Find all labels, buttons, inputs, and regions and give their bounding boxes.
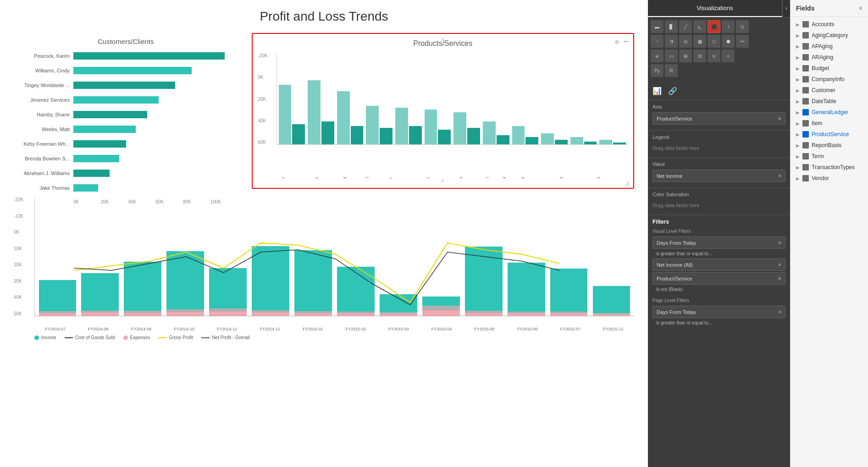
filter-remove-icon[interactable]: ×	[778, 261, 781, 268]
combo-bar-group	[79, 197, 121, 316]
customer-label: Williams, Cindy	[14, 68, 73, 73]
waterfall-icon[interactable]: ⌸	[736, 20, 749, 33]
product-bar-group	[308, 80, 334, 144]
donut-icon[interactable]: ◎	[679, 35, 692, 48]
tab-visualizations[interactable]: Visualizations	[648, 0, 782, 17]
matrix-icon[interactable]: ⊟	[693, 49, 706, 62]
axis-field[interactable]: Product/Service ×	[652, 112, 785, 125]
card-icon[interactable]: ▭	[665, 49, 678, 62]
customer-bar	[73, 155, 119, 162]
tab-expand-chevron[interactable]: ›	[783, 0, 790, 17]
product-bar-dark	[409, 126, 422, 144]
combo-bars-container	[34, 197, 634, 316]
column-chart-icon[interactable]: ▊	[665, 20, 678, 33]
viz-icons-grid: ▬ ▊ ╱ ◺ ⬛ ⌇ ⌸ ⁘ ◔ ◎ ▦ ⬡ ⬢ ⏔ ⌀ ▭ ⊞ ⊟ ≡ + …	[648, 17, 790, 82]
product-bar-dark	[525, 137, 538, 144]
combo-chart-icon[interactable]: ⬛	[708, 20, 720, 33]
fields-close-icon[interactable]: ×	[859, 5, 862, 12]
pin-icon[interactable]: ⊕	[614, 38, 619, 45]
legend-dot	[123, 335, 128, 340]
fields-list: ▶ Accounts ▶ AgingCategory ▶ APAging ▶ A…	[791, 17, 868, 186]
customer-bar-row: Jake Thomas	[14, 183, 238, 193]
value-field-remove[interactable]: ×	[778, 172, 781, 179]
cb-cogs	[422, 306, 460, 310]
customers-chart-title: Customers/Clients	[14, 38, 238, 45]
customer-bar-row: Weeks, Matt	[14, 124, 238, 134]
field-item[interactable]: ▶ DateTable	[791, 96, 868, 107]
products-bars	[276, 53, 628, 145]
stacked-bar-icon[interactable]: ▬	[651, 20, 663, 33]
product-bar-light	[337, 91, 350, 144]
field-chevron: ▶	[796, 110, 800, 115]
cb-expenses	[465, 313, 503, 316]
cb-expenses	[294, 313, 332, 316]
field-icon	[802, 65, 809, 71]
color-placeholder: Drag data fields here	[652, 200, 785, 211]
customer-label: Peacock, Karen	[14, 53, 73, 59]
drag-handle: ≡	[442, 37, 444, 42]
field-item[interactable]: ▶ AgingCategory	[791, 30, 868, 41]
field-item[interactable]: ▶ Item	[791, 118, 868, 129]
field-item[interactable]: ▶ Customer	[791, 85, 868, 96]
pie-icon[interactable]: ◔	[665, 35, 678, 48]
field-icon	[802, 175, 809, 181]
r-icon[interactable]: R	[665, 64, 678, 77]
gauge-icon[interactable]: ⌀	[651, 49, 663, 62]
treemap-icon[interactable]: ▦	[693, 35, 706, 48]
field-item[interactable]: ▶ APAging	[791, 41, 868, 52]
product-bar-group	[366, 106, 393, 144]
legend-section: Legend Drag data fields here	[648, 131, 790, 158]
filter-item[interactable]: Net Income (All) ×	[652, 258, 785, 271]
field-item[interactable]: ▶ ReportBasis	[791, 140, 868, 151]
product-bar-group	[425, 110, 451, 144]
filter-remove-icon[interactable]: ×	[778, 239, 781, 246]
product-bar-group	[395, 108, 422, 144]
cb-income	[508, 263, 545, 312]
cb-expenses	[124, 313, 161, 316]
scatter-icon[interactable]: ⁘	[651, 35, 663, 48]
axis-field-remove[interactable]: ×	[778, 115, 781, 122]
filter-item[interactable]: Days From Today × is greater than or equ…	[652, 236, 785, 258]
field-icon	[802, 164, 809, 170]
field-item[interactable]: ▶ Term	[791, 151, 868, 162]
field-item[interactable]: ▶ ARAging	[791, 52, 868, 63]
field-label: CompanyInfo	[812, 76, 844, 82]
custom-visual-icon[interactable]: +	[722, 49, 735, 62]
customer-track	[73, 67, 238, 74]
field-item[interactable]: ▶ ProductService	[791, 129, 868, 140]
format-icon[interactable]: 🔗	[666, 84, 679, 97]
bottom-drag-handle: ≡	[442, 178, 444, 183]
field-chevron: ▶	[796, 33, 800, 38]
area-chart-icon[interactable]: ◺	[693, 20, 706, 33]
slicer-icon[interactable]: ≡	[708, 49, 720, 62]
funnel-icon[interactable]: ⏔	[736, 35, 749, 48]
cb-expenses	[209, 312, 247, 316]
cb-income	[337, 267, 375, 312]
line-chart-icon[interactable]: ╱	[679, 20, 692, 33]
field-item[interactable]: ▶ Accounts	[791, 19, 868, 30]
field-icon	[802, 43, 809, 49]
page-filter-remove-icon[interactable]: ×	[778, 308, 781, 315]
table-icon[interactable]: ⊞	[679, 49, 692, 62]
field-item[interactable]: ▶ GeneralLedger	[791, 107, 868, 118]
field-item[interactable]: ▶ CompanyInfo	[791, 74, 868, 85]
ribbon-chart-icon[interactable]: ⌇	[722, 20, 735, 33]
field-item[interactable]: ▶ Budget	[791, 63, 868, 74]
filter-remove-icon[interactable]: ×	[778, 275, 781, 282]
more-options-icon[interactable]: •••	[623, 38, 629, 44]
field-item[interactable]: ▶ TransactionTypes	[791, 162, 868, 173]
map-icon[interactable]: ⬡	[708, 35, 720, 48]
filter-item[interactable]: Product/Service × is not (Blank)	[652, 272, 785, 294]
python-icon[interactable]: Py	[651, 64, 663, 77]
bar-chart-tool-icon[interactable]: 📊	[651, 84, 663, 97]
field-item[interactable]: ▶ Vendor	[791, 173, 868, 184]
resize-handle[interactable]: ⊿	[625, 180, 630, 186]
cb-expenses	[81, 313, 119, 316]
value-field[interactable]: Net Income ×	[652, 170, 785, 182]
customer-bar	[73, 111, 147, 118]
page-filter-item[interactable]: Days From Today × is greater than or equ…	[652, 306, 785, 328]
field-label: APAging	[812, 43, 833, 49]
legend-line	[65, 337, 73, 338]
filled-map-icon[interactable]: ⬢	[722, 35, 735, 48]
main-content: Profit and Loss Trends Customers/Clients…	[0, 0, 648, 467]
